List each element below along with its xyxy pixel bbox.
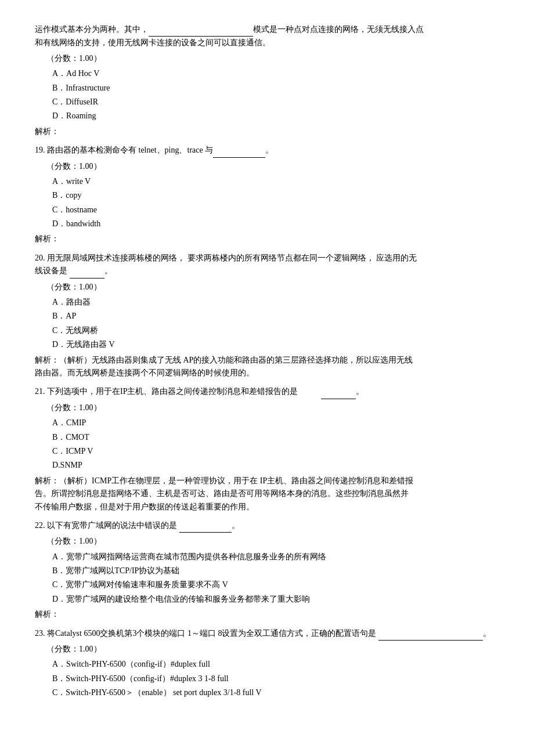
q20-option-d: D．无线路由器 V <box>52 338 499 351</box>
q18-text-after: 模式是一种点对点连接的网络，无须无线接入点 <box>253 25 424 34</box>
q18-score: （分数：1.00） <box>46 52 499 65</box>
q22-analysis: 解析： <box>35 608 499 621</box>
q19-option-a: A．write V <box>52 175 499 188</box>
q21-analysis: 解析：（解析）ICMP工作在物理层，是一种管理协议，用于在 IP主机、路由器之间… <box>35 475 499 513</box>
q22-blank <box>179 519 232 533</box>
q18-blank <box>149 23 253 37</box>
question-23-block: 23. 将Catalyst 6500交换机第3个模块的端口 1～端口 8设置为全… <box>35 627 499 700</box>
question-18-block: 运作模式基本分为两种。其中， 模式是一种点对点连接的网络，无须无线接入点 和有线… <box>35 23 499 138</box>
q18-text-before: 运作模式基本分为两种。其中， <box>35 25 149 34</box>
question-20-text: 20. 用无限局域网技术连接两栋楼的网络， 要求两栋楼内的所有网络节点都在同一个… <box>35 252 499 278</box>
q19-score: （分数：1.00） <box>46 160 499 173</box>
q21-text-after: 。 <box>356 387 364 396</box>
q21-text: 21. 下列选项中，用于在IP主机、路由器之间传递控制消息和差错报告的是 <box>35 387 298 396</box>
question-21-block: 21. 下列选项中，用于在IP主机、路由器之间传递控制消息和差错报告的是 。 （… <box>35 385 499 513</box>
q21-score: （分数：1.00） <box>46 401 499 414</box>
q20-option-c: C．无线网桥 <box>52 324 499 337</box>
q19-option-d: D．bandwidth <box>52 218 499 230</box>
question-19-block: 19. 路由器的基本检测命令有 telnet、ping、trace 与 。 （分… <box>35 144 499 246</box>
q18-option-b: B．Infrastructure <box>52 82 499 95</box>
q23-text: 23. 将Catalyst 6500交换机第3个模块的端口 1～端口 8设置为全… <box>35 629 378 638</box>
q22-score: （分数：1.00） <box>46 535 499 548</box>
question-20-block: 20. 用无限局域网技术连接两栋楼的网络， 要求两栋楼内的所有网络节点都在同一个… <box>35 252 499 380</box>
q23-option-a: A．Switch-PHY-6500（config-if）#duplex full <box>52 658 499 671</box>
q23-blank <box>378 627 483 641</box>
q19-analysis: 解析： <box>35 233 499 245</box>
q20-option-a: A．路由器 <box>52 296 499 309</box>
q22-option-d: D．宽带广域网的建设给整个电信业的传输和服务业务都带来了重大影响 <box>52 593 499 606</box>
q18-text-cont: 和有线网络的支持，使用无线网卡连接的设备之间可以直接通信。 <box>35 38 270 47</box>
q18-option-c: C．DiffuseIR <box>52 96 499 108</box>
q19-blank <box>213 144 265 157</box>
q19-option-c: C．hostname <box>52 204 499 216</box>
q19-text-after: 。 <box>265 146 273 154</box>
question-22-block: 22. 以下有宽带广域网的说法中错误的是 。 （分数：1.00） A．宽带广域网… <box>35 519 499 621</box>
q21-option-a: A．CMIP <box>52 417 499 429</box>
q22-text: 22. 以下有宽带广域网的说法中错误的是 <box>35 521 179 530</box>
q18-analysis: 解析： <box>35 125 499 138</box>
question-21-text: 21. 下列选项中，用于在IP主机、路由器之间传递控制消息和差错报告的是 。 <box>35 385 499 399</box>
q20-score: （分数：1.00） <box>46 281 499 294</box>
q23-option-c: C．Switch-PHY-6500＞（enable） set port dupl… <box>52 686 499 699</box>
q23-option-b: B．Switch-PHY-6500（config-if）#duplex 3 1-… <box>52 672 499 685</box>
q21-option-d: D.SNMP <box>52 459 499 472</box>
q20-text-after: 。 <box>104 266 113 275</box>
q22-option-c: C．宽带广域网对传输速率和服务质量要求不高 V <box>52 578 499 591</box>
q23-score: （分数：1.00） <box>46 643 499 656</box>
q19-option-b: B．copy <box>52 189 499 202</box>
q21-blank <box>321 385 356 399</box>
q20-text: 20. 用无限局域网技术连接两栋楼的网络， 要求两栋楼内的所有网络节点都在同一个… <box>35 254 417 262</box>
q20-option-b: B．AP <box>52 310 499 323</box>
q20-analysis: 解析：（解析）无线路由器则集成了无线 AP的接入功能和路由器的第三层路径选择功能… <box>35 354 499 380</box>
question-22-text: 22. 以下有宽带广域网的说法中错误的是 。 <box>35 519 499 533</box>
q21-option-c: C．ICMP V <box>52 445 499 458</box>
q18-option-a: A．Ad Hoc V <box>52 67 499 80</box>
page-content: 运作模式基本分为两种。其中， 模式是一种点对点连接的网络，无须无线接入点 和有线… <box>35 23 499 700</box>
q22-option-b: B．宽带广域网以TCP/IP协议为基础 <box>52 565 499 577</box>
q21-option-b: B．CMOT <box>52 431 499 444</box>
q22-option-a: A．宽带广域网指网络运营商在城市范围内提供各种信息服务业务的所有网络 <box>52 551 499 563</box>
q22-text-after: 。 <box>232 521 240 530</box>
q20-text2: 线设备是 <box>35 266 70 275</box>
q20-blank <box>70 265 104 278</box>
question-18-text: 运作模式基本分为两种。其中， 模式是一种点对点连接的网络，无须无线接入点 和有线… <box>35 23 499 50</box>
q18-option-d: D．Roaming <box>52 110 499 122</box>
q19-number: 19. 路由器的基本检测命令有 telnet、ping、trace 与 <box>35 146 213 154</box>
q23-text-after: 。 <box>483 629 491 638</box>
question-19-text: 19. 路由器的基本检测命令有 telnet、ping、trace 与 。 <box>35 144 499 157</box>
question-23-text: 23. 将Catalyst 6500交换机第3个模块的端口 1～端口 8设置为全… <box>35 627 499 641</box>
